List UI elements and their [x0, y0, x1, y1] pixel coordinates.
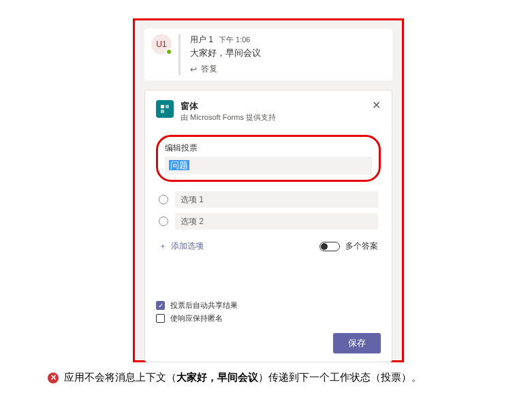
poll-app-subtitle: 由 Microsoft Forms 提供支持: [181, 112, 276, 123]
svg-rect-1: [166, 105, 169, 108]
error-icon: ✕: [48, 373, 59, 383]
svg-rect-2: [161, 110, 164, 113]
add-option-button[interactable]: ＋ 添加选项: [159, 240, 204, 252]
radio-icon[interactable]: [159, 217, 168, 226]
avatar: U1: [151, 34, 172, 54]
plus-icon: ＋: [159, 240, 167, 252]
share-results-label: 投票后自动共享结果: [170, 300, 238, 311]
multi-answer-toggle[interactable]: [319, 242, 340, 251]
edit-poll-highlight: 编辑投票 问题: [156, 135, 381, 182]
option-input-2[interactable]: [175, 213, 378, 230]
anonymous-label: 使响应保持匿名: [170, 313, 223, 323]
anonymous-checkbox[interactable]: [156, 314, 165, 323]
caption-post: ）传递到下一个工作状态（投票）。: [258, 371, 422, 383]
reply-label: 答复: [201, 63, 217, 75]
quote-bar: [178, 34, 181, 75]
share-results-checkbox[interactable]: ✓: [156, 301, 165, 310]
caption: ✕ 应用不会将消息上下文（大家好，早间会议）传递到下一个工作状态（投票）。: [48, 371, 422, 384]
edit-poll-label: 编辑投票: [165, 142, 372, 154]
caption-bold: 大家好，早间会议: [176, 371, 258, 383]
message-time: 下午 1:06: [219, 35, 250, 45]
question-input[interactable]: 问题: [165, 157, 372, 174]
avatar-initials: U1: [156, 40, 166, 49]
option-row: [159, 213, 378, 230]
poll-card: 窗体 由 Microsoft Forms 提供支持 ✕ 编辑投票 问题 ＋: [144, 90, 392, 362]
screenshot-frame: U1 用户 1 下午 1:06 大家好，早间会议 ↩ 答复 窗体 由 Micro…: [133, 18, 404, 362]
radio-icon[interactable]: [159, 195, 168, 204]
reply-button[interactable]: ↩ 答复: [190, 63, 386, 75]
option-row: [159, 191, 378, 208]
multi-answer-label: 多个答案: [345, 240, 378, 252]
toggle-knob-icon: [321, 243, 328, 250]
forms-icon: [156, 100, 174, 118]
close-icon[interactable]: ✕: [372, 100, 381, 111]
question-value: 问题: [169, 160, 189, 170]
presence-icon: [166, 48, 172, 55]
svg-rect-0: [161, 105, 164, 108]
message-text: 大家好，早间会议: [190, 47, 386, 59]
add-option-label: 添加选项: [171, 240, 204, 252]
chat-message: U1 用户 1 下午 1:06 大家好，早间会议 ↩ 答复: [144, 29, 392, 80]
reply-icon: ↩: [190, 65, 197, 74]
save-button[interactable]: 保存: [333, 333, 381, 353]
poll-app-title: 窗体: [181, 100, 276, 112]
caption-pre: 应用不会将消息上下文（: [64, 371, 176, 383]
option-input-1[interactable]: [175, 191, 378, 208]
message-user: 用户 1: [190, 34, 213, 46]
